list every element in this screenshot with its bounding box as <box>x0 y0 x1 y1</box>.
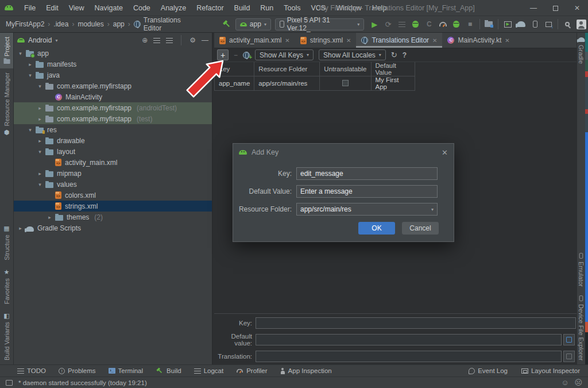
toolwindow-tab-profiler[interactable]: Profiler <box>236 367 267 374</box>
toolwindow-tab-emulator[interactable]: Emulator <box>578 248 585 291</box>
gradle-sync-button[interactable] <box>514 18 528 30</box>
chevron-right-icon[interactable]: ▸ <box>17 225 24 231</box>
toolwindow-tab-build-variants[interactable]: ◧ Build Variants <box>3 308 10 364</box>
breadcrumb-item[interactable]: MyFirstApp2 <box>6 20 53 28</box>
toolwindow-tab-resource-manager[interactable]: Resource Manager ⬢ <box>3 68 10 140</box>
maximize-button[interactable] <box>544 0 566 16</box>
close-icon[interactable]: ✕ <box>346 37 351 44</box>
toolwindow-tab-structure[interactable]: ▦ Structure <box>3 221 10 264</box>
device-manager-button[interactable] <box>528 18 542 30</box>
menu-item[interactable]: File <box>19 2 41 14</box>
hide-panel-icon[interactable]: — <box>202 36 208 44</box>
tree-item-res[interactable]: ▾res <box>14 124 212 135</box>
chevron-down-icon[interactable]: ▾ <box>37 182 43 187</box>
breadcrumb-item[interactable]: modules <box>78 20 113 28</box>
profile-apk-button[interactable] <box>482 18 496 30</box>
tree-item-gradle-scripts[interactable]: ▸Gradle Scripts <box>14 222 212 233</box>
dialog-close-icon[interactable]: ✕ <box>442 148 448 157</box>
reload-icon[interactable]: ↻ <box>391 51 397 59</box>
profile-avatar-button[interactable] <box>574 18 588 30</box>
tree-item-app[interactable]: ▾app <box>14 48 212 59</box>
cancel-button[interactable]: Cancel <box>402 222 439 235</box>
tree-item-themes[interactable]: ▸themes(2) <box>14 212 212 222</box>
tree-item-layout[interactable]: ▾layout <box>14 146 212 157</box>
tree-item-manifests[interactable]: ▸manifests <box>14 59 212 70</box>
toolwindow-tab-project[interactable]: Project <box>0 33 13 68</box>
collapse-all-icon[interactable] <box>166 38 173 43</box>
run-configuration-select[interactable]: app ▾ <box>235 18 271 30</box>
column-header-default-value[interactable]: Default Value <box>371 62 415 76</box>
toolwindow-tab-terminal[interactable]: ›_Terminal <box>109 367 143 374</box>
tree-item-mipmap[interactable]: ▸mipmap <box>14 168 212 179</box>
locales-filter-select[interactable]: Show All Locales▾ <box>319 49 386 60</box>
expand-all-icon[interactable] <box>153 38 160 43</box>
dialog-default-value-input[interactable] <box>296 185 438 198</box>
chevron-down-icon[interactable]: ▾ <box>27 72 33 78</box>
toolwindow-switcher-icon[interactable] <box>6 380 13 386</box>
close-icon[interactable]: ✕ <box>505 37 509 44</box>
detail-translation-input[interactable] <box>256 351 562 362</box>
tree-item-com-example-myfirstapp[interactable]: ▸com.example.myfirstapp(androidTest) <box>14 102 212 113</box>
close-icon[interactable]: ✕ <box>285 37 289 44</box>
tree-item-values[interactable]: ▾values <box>14 179 212 190</box>
tab-activity-main-xml[interactable]: <> activity_main.xml✕ <box>214 33 295 48</box>
cell-default-value[interactable]: My First App <box>371 76 415 91</box>
expand-default-value-button[interactable] <box>563 334 575 345</box>
layout-inspector-button[interactable]: Layout Inspector <box>521 367 580 374</box>
toolwindow-tab-favorites[interactable]: ★ Favorites <box>3 264 10 308</box>
cell-resource-folder[interactable]: app/src/main/res <box>254 76 320 91</box>
toolwindow-tab-app-inspection[interactable]: App Inspection <box>280 367 332 374</box>
tree-item-activity-main-xml[interactable]: <>activity_main.xml <box>14 157 212 168</box>
menu-item[interactable]: Navigate <box>90 2 128 14</box>
column-header-key[interactable]: Key <box>215 62 254 76</box>
run-button[interactable]: ▶ <box>368 18 381 30</box>
menu-item[interactable]: View <box>64 2 90 14</box>
tab-strings-xml[interactable]: <> strings.xml✕ <box>295 33 357 48</box>
breadcrumb-current[interactable]: Translations Editor <box>141 16 199 32</box>
chevron-down-icon[interactable]: ▾ <box>37 149 43 155</box>
add-key-button[interactable]: + <box>217 49 229 60</box>
tree-item-com-example-myfirstapp[interactable]: ▸com.example.myfirstapp(test) <box>14 113 212 124</box>
toolwindow-tab-device-file-explorer[interactable]: Device File Explorer <box>578 291 585 364</box>
feedback-sad-icon[interactable]: ☹ <box>574 378 582 387</box>
chevron-right-icon[interactable]: ▸ <box>37 105 43 111</box>
project-view-selector[interactable]: Android <box>28 36 52 44</box>
add-locale-icon[interactable] <box>243 52 250 59</box>
avd-manager-button[interactable]: ▶ <box>501 18 514 30</box>
chevron-right-icon[interactable]: ▸ <box>37 116 43 122</box>
cell-key[interactable]: app_name <box>215 76 254 91</box>
breadcrumb-item[interactable]: app <box>113 20 134 28</box>
settings-gear-icon[interactable]: ⚙ <box>189 36 196 44</box>
detail-default-value-input[interactable] <box>256 334 562 345</box>
menu-item[interactable]: Run <box>255 2 278 14</box>
breadcrumb-item[interactable]: .idea <box>53 20 78 28</box>
dialog-resource-folder-select[interactable]: app/src/main/res ▾ <box>296 203 438 216</box>
menu-item[interactable]: Code <box>128 2 156 14</box>
feedback-happy-icon[interactable]: ☺ <box>561 378 568 387</box>
detail-key-input[interactable] <box>256 317 576 329</box>
column-header-resource-folder[interactable]: Resource Folder <box>254 62 320 76</box>
menu-item[interactable]: Tools <box>278 2 305 14</box>
search-everywhere-button[interactable] <box>560 18 574 30</box>
column-header-untranslatable[interactable]: Untranslatable <box>320 62 371 76</box>
menu-item[interactable]: Refactor <box>191 2 229 14</box>
event-log-button[interactable]: Event Log <box>469 367 508 374</box>
status-message[interactable]: * daemon started successfully (today 19:… <box>18 379 147 386</box>
chevron-right-icon[interactable]: ▸ <box>37 171 43 176</box>
toolwindow-tab-gradle[interactable]: Gradle <box>577 33 586 68</box>
profiler-gauge-button[interactable] <box>436 18 450 30</box>
tree-item-strings-xml[interactable]: <>strings.xml <box>14 201 212 212</box>
menu-item[interactable]: Analyze <box>156 2 191 14</box>
sdk-manager-button[interactable] <box>542 18 556 30</box>
tree-item-com-example-myfirstapp[interactable]: ▾com.example.myfirstapp <box>14 80 212 91</box>
menu-item[interactable]: Edit <box>41 2 64 14</box>
chevron-down-icon[interactable]: ▾ <box>37 83 43 89</box>
minimize-button[interactable]: — <box>523 0 544 16</box>
debug-button[interactable] <box>409 18 423 30</box>
tree-item-mainactivity[interactable]: CMainActivity <box>14 91 212 102</box>
device-select[interactable]: Pixel 5 API 31 Ver.12_ ▾ <box>275 18 365 30</box>
help-icon[interactable]: ? <box>403 51 407 59</box>
toolwindow-tab-todo[interactable]: TODO <box>17 367 46 374</box>
toolwindow-tab-logcat[interactable]: Logcat <box>194 367 224 374</box>
chevron-right-icon[interactable]: ▸ <box>37 138 43 144</box>
